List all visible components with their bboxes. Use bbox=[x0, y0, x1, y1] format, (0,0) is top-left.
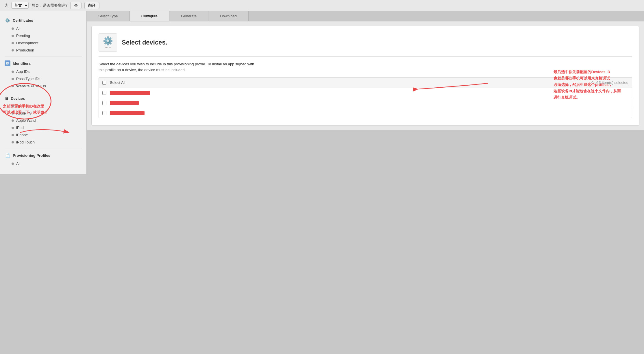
certificates-icon: ⚙️ bbox=[5, 17, 10, 23]
translate-prompt: 网页，是否需要翻译? bbox=[32, 3, 67, 8]
dot-icon bbox=[12, 105, 14, 107]
certificates-section: ⚙️ Certificates All Pending Development bbox=[0, 16, 86, 54]
prov-icon: ⚙️ PROV bbox=[99, 33, 117, 52]
sidebar-item-certs-pending[interactable]: Pending bbox=[0, 32, 86, 39]
sidebar-wrapper: ⚙️ Certificates All Pending Development bbox=[0, 11, 87, 354]
device-name-1 bbox=[110, 91, 150, 95]
sidebar-item-website-push-ids[interactable]: Website Push IDs bbox=[0, 82, 86, 90]
description: Select the devices you wish to include i… bbox=[99, 61, 632, 73]
sidebar-item-apple-watch[interactable]: Apple Watch bbox=[0, 117, 86, 124]
dot-icon bbox=[12, 27, 14, 30]
device-checkbox-3[interactable] bbox=[102, 111, 106, 115]
certificates-header[interactable]: ⚙️ Certificates bbox=[0, 16, 86, 25]
dot-icon bbox=[12, 119, 14, 122]
content-panel: ⚙️ PROV Select devices. Select the devic… bbox=[91, 26, 639, 126]
provisioning-icon: 📄 bbox=[5, 152, 10, 158]
provisioning-section: 📄 Provisioning Profiles All bbox=[0, 151, 86, 167]
divider-2 bbox=[5, 92, 82, 92]
select-all-row: Select All 0 of 3 item(s) selected bbox=[99, 77, 632, 88]
tab-generate[interactable]: Generate bbox=[169, 11, 208, 21]
browser-bar: 为 英文 网页，是否需要翻译? 否 翻译 bbox=[0, 0, 644, 11]
identifiers-section: ID Identifiers App IDs Pass Type IDs Web… bbox=[0, 59, 86, 90]
devices-section: 🖥 Devices All Apple TV Apple Watch bbox=[0, 95, 86, 146]
main-wrapper: Select Type Configure Generate Download … bbox=[87, 11, 644, 354]
tab-configure[interactable]: Configure bbox=[130, 11, 169, 21]
sidebar-item-ipod-touch[interactable]: iPod Touch bbox=[0, 139, 86, 146]
dot-icon bbox=[12, 141, 14, 143]
identifiers-header[interactable]: ID Identifiers bbox=[0, 59, 86, 68]
sidebar-item-iphone[interactable]: iPhone bbox=[0, 131, 86, 139]
items-count: 0 of 3 item(s) selected bbox=[591, 80, 628, 85]
dot-icon bbox=[12, 85, 14, 87]
sidebar-item-ipad[interactable]: iPad bbox=[0, 124, 86, 131]
tab-select-type[interactable]: Select Type bbox=[87, 11, 130, 21]
device-name-3 bbox=[110, 111, 145, 115]
devices-table bbox=[99, 88, 632, 118]
dot-icon bbox=[12, 42, 14, 44]
device-checkbox-1[interactable] bbox=[102, 91, 106, 95]
dot-icon bbox=[12, 71, 14, 73]
dot-icon bbox=[12, 127, 14, 129]
sidebar-item-certs-development[interactable]: Development bbox=[0, 39, 86, 47]
sidebar-item-pass-type-ids[interactable]: Pass Type IDs bbox=[0, 75, 86, 82]
sidebar-item-certs-production[interactable]: Production bbox=[0, 47, 86, 54]
device-checkbox-2[interactable] bbox=[102, 101, 106, 105]
sidebar: ⚙️ Certificates All Pending Development bbox=[0, 11, 87, 174]
step-tabs: Select Type Configure Generate Download bbox=[87, 11, 644, 21]
sidebar-item-apple-tv[interactable]: Apple TV bbox=[0, 110, 86, 117]
app-container: ⚙️ Certificates All Pending Development bbox=[0, 11, 644, 354]
sidebar-item-provisioning-all[interactable]: All bbox=[0, 160, 86, 167]
page-title: Select devices. bbox=[122, 39, 167, 46]
devices-header[interactable]: 🖥 Devices bbox=[0, 95, 86, 102]
table-row bbox=[99, 108, 632, 118]
page-header: ⚙️ PROV Select devices. bbox=[99, 33, 632, 57]
table-row bbox=[99, 98, 632, 108]
sidebar-item-app-ids[interactable]: App IDs bbox=[0, 68, 86, 75]
translate-button[interactable]: 翻译 bbox=[84, 2, 99, 9]
device-name-2 bbox=[110, 101, 139, 105]
table-row bbox=[99, 88, 632, 98]
sidebar-item-certs-all[interactable]: All bbox=[0, 25, 86, 32]
id-icon: ID bbox=[5, 60, 10, 66]
divider-3 bbox=[5, 148, 82, 148]
no-button[interactable]: 否 bbox=[70, 2, 82, 9]
dot-icon bbox=[12, 134, 14, 136]
provisioning-header[interactable]: 📄 Provisioning Profiles bbox=[0, 151, 86, 160]
devices-icon: 🖥 bbox=[5, 96, 8, 101]
tab-download[interactable]: Download bbox=[208, 11, 249, 21]
dot-icon bbox=[12, 78, 14, 80]
select-all-checkbox[interactable] bbox=[102, 81, 106, 85]
lang-select[interactable]: 英文 bbox=[11, 2, 29, 9]
dot-icon bbox=[12, 163, 14, 165]
main-content: Select Type Configure Generate Download … bbox=[87, 11, 644, 130]
dot-icon bbox=[12, 49, 14, 51]
lang-label: 为 bbox=[5, 3, 8, 8]
dot-icon bbox=[12, 112, 14, 115]
dot-icon bbox=[12, 35, 14, 37]
divider-1 bbox=[5, 56, 82, 56]
select-all-label: Select All bbox=[110, 80, 588, 85]
gear-icon: ⚙️ bbox=[103, 36, 113, 46]
sidebar-item-devices-all[interactable]: All bbox=[0, 102, 86, 110]
